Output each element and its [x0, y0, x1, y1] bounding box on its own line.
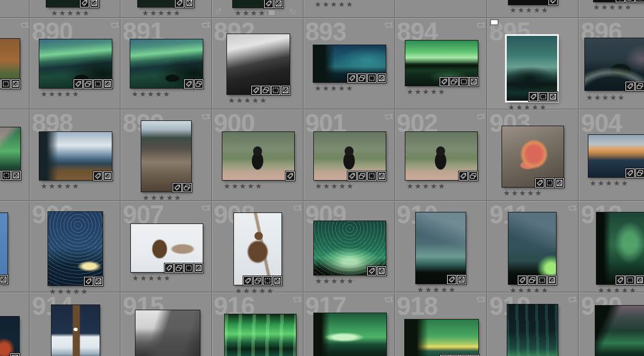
keywords-badge-icon[interactable] — [243, 276, 253, 285]
crop-badge-icon[interactable] — [367, 171, 376, 181]
photo-thumbnail[interactable] — [0, 39, 20, 88]
star-rating[interactable]: ★★★★★ — [314, 1, 354, 8]
develop-badge-icon[interactable] — [555, 178, 564, 188]
grid-cell[interactable]: 907★★★★★ — [120, 200, 211, 292]
collection-badge-icon[interactable] — [0, 171, 1, 180]
develop-badge-icon[interactable] — [377, 266, 386, 276]
photo-thumbnail[interactable] — [405, 320, 478, 356]
photo-thumbnail[interactable] — [138, 0, 193, 7]
keywords-badge-icon[interactable] — [175, 0, 184, 8]
photo-thumbnail[interactable] — [52, 305, 100, 356]
photo-thumbnail[interactable] — [314, 132, 386, 180]
grid-cell[interactable] — [0, 17, 29, 109]
keywords-badge-icon[interactable] — [529, 92, 538, 101]
develop-badge-icon[interactable] — [10, 353, 20, 356]
flag-ghost-icon[interactable] — [383, 112, 394, 120]
photo-thumbnail[interactable] — [225, 314, 296, 356]
photo-thumbnail[interactable] — [233, 0, 283, 8]
keywords-badge-icon[interactable] — [616, 0, 625, 2]
grid-cell[interactable]: 892★★★★★ — [212, 17, 303, 109]
grid-cell[interactable]: 899★★★★★ — [120, 109, 211, 200]
flag-ghost-icon[interactable] — [200, 20, 211, 29]
grid-cell[interactable]: 915 — [120, 292, 211, 356]
color-label-chip[interactable] — [268, 10, 275, 16]
photo-thumbnail[interactable] — [39, 132, 112, 180]
keywords-badge-icon[interactable] — [286, 171, 295, 181]
keywords-badge-icon[interactable] — [625, 168, 635, 178]
photo-thumbnail[interactable] — [314, 221, 386, 275]
grid-cell[interactable]: 917 — [303, 292, 394, 356]
star-rating[interactable]: ★★★★★ — [132, 274, 171, 282]
collection-badge-icon[interactable] — [635, 82, 644, 91]
photo-thumbnail[interactable] — [405, 132, 477, 180]
collection-badge-icon[interactable] — [174, 263, 184, 273]
photo-thumbnail[interactable] — [234, 213, 281, 285]
grid-cell[interactable] — [0, 292, 29, 356]
crop-badge-icon[interactable] — [537, 276, 547, 285]
develop-badge-icon[interactable] — [377, 171, 386, 181]
develop-badge-icon[interactable] — [274, 0, 283, 8]
keywords-badge-icon[interactable] — [459, 171, 468, 181]
flag-ghost-icon[interactable] — [19, 20, 30, 29]
star-rating[interactable]: ★★★★★ — [598, 287, 637, 294]
crop-badge-icon[interactable] — [459, 77, 469, 86]
collection-badge-icon[interactable] — [0, 79, 1, 89]
grid-cell[interactable]: 900★★★★★ — [212, 109, 303, 200]
photo-thumbnail[interactable] — [141, 121, 191, 192]
photo-thumbnail[interactable] — [502, 126, 564, 187]
keywords-badge-icon[interactable] — [74, 79, 83, 89]
photo-thumbnail[interactable] — [508, 212, 556, 284]
develop-badge-icon[interactable] — [11, 79, 20, 89]
photo-thumbnail[interactable] — [227, 34, 290, 94]
collection-badge-icon[interactable] — [253, 276, 262, 285]
rotate-left-icon[interactable]: ↺ — [215, 8, 222, 16]
grid-cell[interactable]: 895★★★★★ — [487, 17, 578, 109]
develop-badge-icon[interactable] — [547, 276, 557, 285]
grid-cell[interactable]: 909★★★★★ — [303, 200, 394, 292]
crop-badge-icon[interactable] — [367, 74, 376, 83]
grid-cell[interactable]: 894★★★★★ — [395, 17, 486, 109]
develop-badge-icon[interactable] — [90, 0, 99, 8]
photo-thumbnail[interactable] — [416, 212, 466, 284]
grid-cell[interactable]: ★★★★★ — [579, 0, 644, 17]
keywords-badge-icon[interactable] — [548, 0, 558, 5]
flag-ghost-icon[interactable] — [109, 20, 120, 29]
develop-badge-icon[interactable] — [185, 0, 194, 8]
keywords-badge-icon[interactable] — [518, 276, 527, 285]
photo-thumbnail[interactable] — [222, 132, 294, 180]
flag-ghost-icon[interactable] — [567, 203, 577, 212]
photo-thumbnail[interactable] — [508, 0, 557, 5]
photo-thumbnail[interactable] — [594, 0, 644, 2]
develop-badge-icon[interactable] — [103, 79, 112, 89]
star-rating[interactable]: ★★★★★ — [508, 104, 547, 111]
grid-cell[interactable] — [0, 109, 29, 200]
photo-thumbnail[interactable] — [130, 39, 203, 88]
develop-badge-icon[interactable] — [94, 277, 103, 286]
develop-badge-icon[interactable] — [469, 77, 478, 86]
develop-badge-icon[interactable] — [194, 263, 203, 273]
pick-flag-icon[interactable] — [488, 18, 500, 33]
crop-badge-icon[interactable] — [93, 79, 103, 89]
develop-badge-icon[interactable] — [103, 171, 112, 181]
photo-thumbnail[interactable] — [46, 0, 98, 7]
collection-badge-icon[interactable] — [528, 276, 537, 285]
collection-badge-icon[interactable] — [83, 79, 93, 89]
star-rating[interactable]: ★★★★★ — [235, 287, 275, 295]
grid-cell[interactable]: ★★★★★ — [30, 0, 120, 17]
keywords-badge-icon[interactable] — [625, 82, 635, 91]
keywords-badge-icon[interactable] — [447, 275, 456, 284]
star-rating[interactable]: ★★★★★ — [142, 9, 181, 17]
keywords-badge-icon[interactable] — [251, 86, 261, 95]
keywords-badge-icon[interactable] — [84, 277, 93, 286]
grid-cell[interactable]: 914 — [30, 292, 120, 356]
keywords-badge-icon[interactable] — [347, 74, 357, 83]
collection-badge-icon[interactable] — [182, 183, 192, 192]
star-rating[interactable]: ★★★★★ — [314, 85, 354, 92]
grid-cell[interactable]: ★★★★★↺↻ — [212, 0, 303, 17]
keywords-badge-icon[interactable] — [535, 178, 544, 188]
grid-cell[interactable]: ★★★★★ — [303, 0, 394, 17]
grid-cell[interactable]: 903★★★★★ — [487, 109, 578, 200]
collection-badge-icon[interactable] — [194, 79, 203, 89]
crop-badge-icon[interactable] — [271, 86, 280, 95]
grid-cell[interactable]: 912★★★★★ — [579, 200, 644, 292]
